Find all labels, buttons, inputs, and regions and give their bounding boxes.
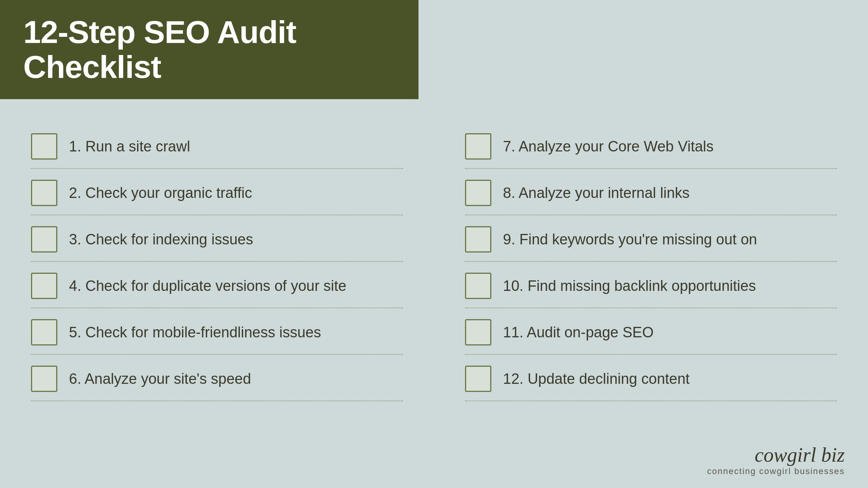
checkbox[interactable] — [31, 273, 57, 299]
item-label: 10. Find missing backlink opportunities — [503, 277, 756, 295]
list-item: 8. Analyze your internal links — [465, 169, 837, 215]
item-label: 12. Update declining content — [503, 370, 690, 388]
right-column: 7. Analyze your Core Web Vitals 8. Analy… — [434, 122, 837, 401]
checkbox[interactable] — [465, 366, 491, 392]
header-banner: 12-Step SEO Audit Checklist — [0, 0, 418, 99]
checkbox[interactable] — [465, 180, 491, 206]
list-item: 10. Find missing backlink opportunities — [465, 262, 837, 308]
checkbox[interactable] — [31, 226, 57, 253]
item-label: 1. Run a site crawl — [69, 138, 190, 156]
item-label: 8. Analyze your internal links — [503, 184, 690, 202]
item-label: 2. Check your organic traffic — [69, 184, 252, 202]
brand-tagline: connecting cowgirl businesses — [707, 466, 845, 476]
list-item: 11. Audit on-page SEO — [465, 308, 837, 355]
item-label: 7. Analyze your Core Web Vitals — [503, 138, 714, 156]
list-item: 3. Check for indexing issues — [31, 215, 403, 262]
left-column: 1. Run a site crawl 2. Check your organi… — [31, 122, 434, 401]
checkbox[interactable] — [31, 319, 57, 345]
item-label: 9. Find keywords you're missing out on — [503, 231, 757, 249]
checkbox[interactable] — [465, 133, 491, 160]
item-label: 3. Check for indexing issues — [69, 231, 253, 249]
list-item: 2. Check your organic traffic — [31, 169, 403, 215]
item-label: 11. Audit on-page SEO — [503, 324, 654, 342]
list-item: 4. Check for duplicate versions of your … — [31, 262, 403, 308]
brand-footer: cowgirl biz connecting cowgirl businesse… — [707, 443, 845, 476]
item-label: 6. Analyze your site's speed — [69, 370, 251, 388]
item-label: 5. Check for mobile-friendliness issues — [69, 324, 321, 342]
brand-name: cowgirl biz — [707, 443, 845, 466]
list-item: 9. Find keywords you're missing out on — [465, 215, 837, 262]
checkbox[interactable] — [31, 366, 57, 392]
checkbox[interactable] — [31, 180, 57, 206]
checkbox[interactable] — [465, 319, 491, 345]
list-item: 6. Analyze your site's speed — [31, 355, 403, 401]
page-title: 12-Step SEO Audit Checklist — [23, 15, 395, 84]
checkbox[interactable] — [31, 133, 57, 160]
list-item: 7. Analyze your Core Web Vitals — [465, 122, 837, 169]
checkbox[interactable] — [465, 226, 491, 253]
list-item: 5. Check for mobile-friendliness issues — [31, 308, 403, 355]
list-item: 1. Run a site crawl — [31, 122, 403, 169]
list-item: 12. Update declining content — [465, 355, 837, 401]
content-area: 1. Run a site crawl 2. Check your organi… — [0, 99, 868, 424]
checkbox[interactable] — [465, 273, 491, 299]
item-label: 4. Check for duplicate versions of your … — [69, 277, 346, 295]
